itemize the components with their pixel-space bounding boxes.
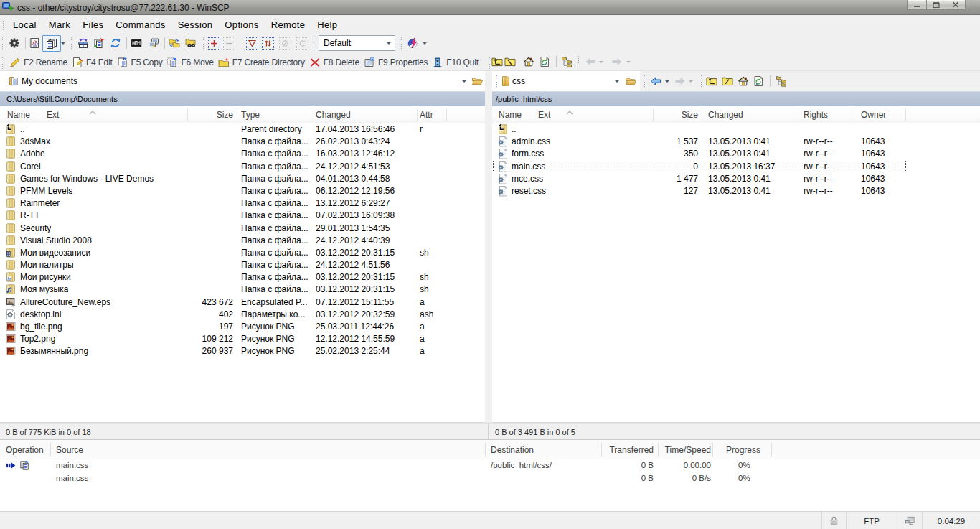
remote-root-directory-button[interactable] bbox=[719, 72, 736, 90]
remote-column-owner[interactable]: Owner bbox=[861, 110, 886, 120]
synchronize-directories-button[interactable] bbox=[166, 34, 183, 52]
toolbar-grip[interactable] bbox=[314, 37, 316, 49]
synchronize-browsing-button[interactable] bbox=[75, 34, 92, 52]
file-row[interactable]: 3dsMaxПапка с файла...26.02.2013 0:43:24 bbox=[0, 136, 485, 148]
f4-edit-button[interactable]: F4 Edit bbox=[69, 54, 114, 71]
file-row[interactable]: Моя музыкаПапка с файла...03.12.2012 20:… bbox=[0, 284, 485, 296]
local-refresh-button[interactable] bbox=[536, 53, 553, 70]
close-button[interactable] bbox=[946, 0, 966, 10]
remote-tree-button[interactable] bbox=[773, 72, 790, 90]
f7-create-directory-button[interactable]: F7 Create Directory bbox=[215, 54, 306, 71]
selection-filter-button[interactable] bbox=[246, 37, 258, 50]
file-row[interactable]: AdobeПапка с файла...16.03.2013 12:46:12 bbox=[0, 148, 485, 160]
queue-column-destination[interactable]: Destination bbox=[491, 445, 534, 455]
combo-dropdown-arrow[interactable] bbox=[382, 36, 395, 50]
menu-item-session[interactable]: Session bbox=[173, 17, 218, 32]
local-forward-dropdown[interactable] bbox=[626, 61, 631, 63]
local-column-attr[interactable]: Attr bbox=[420, 110, 433, 120]
queue-column-timespeed[interactable]: Time/Speed bbox=[665, 445, 711, 455]
refresh-button[interactable] bbox=[107, 34, 124, 52]
file-row[interactable]: bg_tile.png197Рисунок PNG25.03.2011 12:4… bbox=[0, 321, 485, 333]
local-column-size[interactable]: Size bbox=[217, 110, 233, 120]
local-home-directory-button[interactable] bbox=[520, 53, 537, 70]
minimize-button[interactable] bbox=[907, 0, 927, 10]
remote-column-rights[interactable]: Rights bbox=[804, 110, 828, 120]
restore-selection-button[interactable] bbox=[296, 37, 308, 50]
toolbar-grip[interactable] bbox=[401, 37, 403, 49]
toolbar-grip[interactable] bbox=[203, 37, 205, 49]
file-row[interactable]: form.css35013.05.2013 0:41rw-r--r--10643 bbox=[492, 148, 980, 160]
local-root-directory-button[interactable] bbox=[501, 53, 519, 70]
local-column-name[interactable]: Name bbox=[7, 110, 30, 120]
menu-item-remote[interactable]: Remote bbox=[266, 17, 311, 32]
remote-column-ext[interactable]: Ext bbox=[538, 110, 550, 120]
file-row[interactable]: Безымянный.png260 937Рисунок PNG25.02.20… bbox=[0, 345, 485, 357]
menu-item-help[interactable]: Help bbox=[312, 17, 342, 32]
queue-column-operation[interactable]: Operation bbox=[6, 445, 44, 455]
f8-delete-button[interactable]: F8 Delete bbox=[306, 54, 361, 71]
local-column-changed[interactable]: Changed bbox=[316, 110, 351, 120]
toolbar-grip[interactable] bbox=[71, 37, 73, 49]
file-row[interactable]: SecurityПапка с файла...29.01.2013 1:54:… bbox=[0, 223, 485, 235]
file-row[interactable]: RainmeterПапка с файла...13.12.2012 6:29… bbox=[0, 197, 485, 210]
toolbar-grip[interactable] bbox=[2, 37, 4, 49]
remote-open-directory-button[interactable] bbox=[622, 72, 639, 90]
remote-back-dropdown[interactable] bbox=[665, 80, 669, 83]
interface-dropdown-caret[interactable] bbox=[61, 42, 65, 45]
console-button[interactable] bbox=[128, 34, 145, 52]
file-row[interactable]: R-TTПапка с файла...07.02.2013 16:09:38 bbox=[0, 210, 485, 222]
f2-rename-button[interactable]: F2 Rename bbox=[6, 54, 69, 71]
toolbar-grip[interactable] bbox=[644, 75, 646, 87]
putty-button[interactable] bbox=[145, 34, 162, 52]
synchronize-dropdown-caret[interactable] bbox=[423, 42, 427, 45]
maximize-button[interactable] bbox=[926, 0, 946, 10]
preferences-button[interactable] bbox=[6, 34, 23, 52]
remote-column-size[interactable]: Size bbox=[682, 110, 698, 120]
file-row[interactable]: CorelПапка с файла...24.12.2012 4:51:53 bbox=[0, 161, 485, 173]
file-row[interactable]: Games for Windows - LIVE DemosПапка с фа… bbox=[0, 173, 485, 185]
file-row[interactable]: mce.css1 47713.05.2013 0:41rw-r--r--1064… bbox=[492, 173, 980, 185]
remote-drive-dropdown[interactable] bbox=[615, 80, 619, 83]
session-log-button[interactable] bbox=[26, 34, 43, 52]
menu-item-mark[interactable]: Mark bbox=[44, 17, 75, 32]
file-row[interactable]: reset.css12713.05.2013 0:41rw-r--r--1064… bbox=[492, 185, 980, 197]
file-row[interactable]: Мои рисункиПапка с файла...03.12.2012 20… bbox=[0, 271, 485, 284]
invert-selection-button[interactable] bbox=[262, 37, 274, 50]
file-row[interactable]: AllureCouture_New.eps423 672Encapsulated… bbox=[0, 296, 485, 309]
remote-path-bar[interactable]: /public_html/css bbox=[492, 91, 980, 106]
file-row[interactable]: .. bbox=[492, 123, 980, 136]
local-back-dropdown[interactable] bbox=[599, 61, 603, 63]
file-row[interactable]: admin.css1 53713.05.2013 0:41rw-r--r--10… bbox=[492, 136, 980, 148]
menu-item-files[interactable]: Files bbox=[77, 17, 108, 32]
clear-selection-button[interactable] bbox=[279, 37, 291, 50]
queue-column-source[interactable]: Source bbox=[56, 445, 83, 455]
remote-back-button[interactable] bbox=[647, 72, 664, 90]
find-files-button[interactable] bbox=[182, 34, 199, 52]
file-row[interactable]: Мои видеозаписиПапка с файла...03.12.201… bbox=[0, 247, 485, 259]
menubar-grip[interactable] bbox=[3, 19, 5, 30]
remote-up-directory-button[interactable] bbox=[703, 72, 720, 90]
queue-column-progress[interactable]: Progress bbox=[726, 445, 760, 455]
local-column-ext[interactable]: Ext bbox=[47, 110, 59, 120]
file-row[interactable]: Top2.png109 212Рисунок PNG12.12.2012 14:… bbox=[0, 333, 485, 345]
title-bar[interactable]: css - other/citystroy/citystrosu@77.222.… bbox=[0, 0, 980, 15]
menu-item-commands[interactable]: Commands bbox=[110, 17, 170, 32]
file-row[interactable]: PFMM LevelsПапка с файла...06.12.2012 12… bbox=[0, 185, 485, 197]
remote-forward-dropdown[interactable] bbox=[689, 80, 693, 83]
file-row[interactable]: desktop.ini402Параметры ко...03.12.2012 … bbox=[0, 309, 485, 321]
f6-move-button[interactable]: F6 Move bbox=[164, 54, 215, 71]
toolbar-grip[interactable] bbox=[2, 57, 4, 69]
menu-item-options[interactable]: Options bbox=[220, 17, 263, 32]
select-files-button[interactable] bbox=[208, 37, 220, 50]
queue-column-transferred[interactable]: Transferred bbox=[609, 445, 654, 455]
unselect-files-button[interactable] bbox=[223, 37, 235, 50]
remote-column-changed[interactable]: Changed bbox=[708, 110, 743, 120]
toolbar-grip[interactable] bbox=[6, 75, 8, 87]
synchronize-button[interactable] bbox=[405, 34, 422, 52]
f9-properties-button[interactable]: F9 Properties bbox=[361, 54, 429, 71]
transfer-settings-combo[interactable]: Default bbox=[319, 35, 395, 51]
file-row[interactable]: Мои палитрыПапка с файла...24.12.2012 4:… bbox=[0, 259, 485, 271]
file-row[interactable]: ..Parent directory17.04.2013 16:56:46r bbox=[0, 123, 485, 136]
local-path-bar[interactable]: C:\Users\Still.Comp\Documents bbox=[0, 91, 485, 106]
queue-row[interactable]: main.css/public_html/css/0 B0:00:000% bbox=[0, 459, 980, 472]
